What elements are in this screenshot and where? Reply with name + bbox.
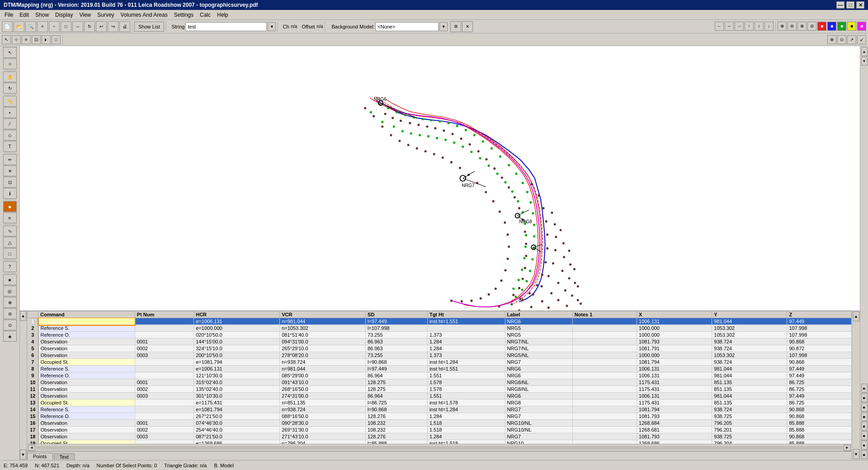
lt-extra1[interactable]: ★ [3, 274, 17, 285]
rt-btn9[interactable]: ■ [861, 441, 868, 450]
tb-btn-r9[interactable]: ⊗ [797, 22, 807, 31]
tab-text[interactable]: Text [54, 453, 75, 460]
minimize-button[interactable]: — [836, 1, 844, 9]
col-header-hcr[interactable]: HCR [194, 311, 280, 318]
table-row[interactable]: 10Observation0001315°02'40.0091°43'10.01… [28, 379, 852, 386]
scroll-track[interactable] [36, 446, 843, 450]
scroll-left-button[interactable]: ◄ [28, 445, 35, 451]
tb-btn-r14[interactable]: ■ [847, 22, 856, 31]
tb-btn-r4[interactable]: ↑ [745, 22, 754, 31]
lt-extra4[interactable]: ⊘ [3, 308, 17, 319]
table-row[interactable]: 17Observation0002254°46'40.0269°31'30.01… [28, 427, 852, 433]
col-header-sd[interactable]: SD [366, 311, 428, 318]
menu-item-volumes-and-areas[interactable]: Volumes And Areas [118, 11, 170, 19]
zoom-out-button[interactable]: − [49, 21, 60, 32]
map-view[interactable]: NRG6 NRG7 NRG8 [20, 46, 860, 311]
tb2-btn4[interactable]: ⊡ [32, 35, 41, 44]
window-controls[interactable]: — □ ✕ [836, 1, 864, 9]
table-scroll-left-down[interactable]: ▼ [20, 450, 26, 460]
rt-btn2[interactable]: ▼ [861, 56, 868, 66]
menu-item-help[interactable]: Help [214, 11, 231, 19]
new-button[interactable]: 📄 [2, 21, 13, 32]
table-scroll-area[interactable]: CommandPt NumHCRVCRSDTgt HtLabelNotes 1X… [27, 311, 852, 444]
tb-btn-r3[interactable]: → [735, 22, 744, 31]
tb2-btn6[interactable]: □ [52, 35, 61, 44]
table-row[interactable]: 16Observation0001074°46'30.0090°28'30.01… [28, 420, 852, 427]
bg-model-btn2[interactable]: ✕ [462, 21, 473, 32]
tb-btn-r11[interactable]: ■ [817, 22, 826, 31]
col-header-z[interactable]: Z [787, 311, 852, 318]
string-dropdown-button[interactable]: ▼ [268, 22, 276, 31]
col-header-label[interactable]: Label [505, 311, 572, 318]
lt-info[interactable]: ℹ [3, 188, 17, 199]
tb2-r3[interactable]: ↗ [847, 35, 856, 44]
lt-layer[interactable]: ≡ [3, 212, 17, 223]
tb2-r1[interactable]: ⊕ [827, 35, 836, 44]
refresh-button[interactable]: ↻ [84, 21, 95, 32]
string-input[interactable] [185, 22, 267, 31]
lt-color[interactable]: ■ [3, 201, 17, 212]
tb-btn-r5[interactable]: ↕ [755, 22, 764, 31]
table-scroll-left-up[interactable]: ▲ [20, 311, 26, 321]
lt-measure[interactable]: 📏 [3, 96, 17, 107]
lt-extra5[interactable]: ⊙ [3, 320, 17, 330]
lt-contour[interactable]: ∿ [3, 226, 17, 236]
table-row[interactable]: 2Reference S.e=1000.000n=1053.302l=107.9… [28, 325, 852, 332]
lt-delete[interactable]: ✕ [3, 165, 17, 176]
rt-btn7[interactable]: ■ [861, 422, 868, 431]
lt-select[interactable]: ↖ [3, 47, 17, 58]
lt-snap[interactable]: ⊡ [3, 177, 17, 188]
lt-extra6[interactable]: ◈ [3, 331, 17, 342]
table-row[interactable]: 14Reference S.e=1081.794n=938.724l=90.86… [28, 406, 852, 413]
bg-model-input[interactable] [375, 22, 439, 31]
table-row[interactable]: 6Observation0003200°10'50.0278°08'20.073… [28, 352, 852, 359]
zoom-all-button[interactable]: 🔍 [25, 21, 36, 32]
tab-points[interactable]: Points [27, 453, 53, 460]
tb-btn-r6[interactable]: ↓ [764, 22, 774, 31]
lt-line[interactable]: ∕ [3, 118, 17, 129]
rt-btn10[interactable]: ■ [861, 450, 868, 459]
maximize-button[interactable]: □ [846, 1, 854, 9]
lt-zoom[interactable]: ⊹ [3, 58, 17, 69]
lt-extra2[interactable]: ◎ [3, 286, 17, 296]
menu-item-file[interactable]: File [2, 11, 16, 19]
menu-item-show[interactable]: Show [33, 11, 52, 19]
pan-button[interactable]: ↔ [72, 21, 83, 32]
table-row[interactable]: 11Observation0002135°02'40.0268°16'50.01… [28, 386, 852, 393]
tb2-btn3[interactable]: ≡ [22, 35, 31, 44]
rt-btn1[interactable]: ▲ [861, 47, 868, 56]
zoom-in-button[interactable]: + [37, 21, 48, 32]
menu-item-edit[interactable]: Edit [17, 11, 32, 19]
lt-text[interactable]: T [3, 141, 17, 152]
rt-btn4[interactable]: ■ [861, 393, 868, 402]
col-header-x[interactable]: X [637, 311, 712, 318]
redo-button[interactable]: ↪ [108, 21, 118, 32]
col-header-notes-1[interactable]: Notes 1 [572, 311, 637, 318]
menu-item-survey[interactable]: Survey [94, 11, 117, 19]
tb-btn-r8[interactable]: ⊖ [788, 22, 797, 31]
col-header-pt-num[interactable]: Pt Num [135, 311, 194, 318]
undo-button[interactable]: ↩ [96, 21, 107, 32]
tb2-btn1[interactable]: ↖ [2, 35, 11, 44]
lt-rotate[interactable]: ↻ [3, 83, 17, 94]
scroll-right-button[interactable]: ► [844, 445, 851, 451]
table-row[interactable]: 9Reference O.121°10'30.0085°29'00.086.96… [28, 372, 852, 379]
col-header-y[interactable]: Y [712, 311, 787, 318]
zoom-window-button[interactable]: □ [61, 21, 71, 32]
table-scroll-right-up[interactable]: ▲ [853, 311, 859, 321]
table-row[interactable]: 4Observation0001144°15'00.0094°31'00.086… [28, 338, 852, 345]
table-row[interactable]: 7Occupied St.e=1081.794n=938.724l=90.868… [28, 359, 852, 366]
table-row[interactable]: 5Observation0002324°15'10.0265°29'10.086… [28, 345, 852, 352]
col-header-command[interactable]: Command [38, 311, 135, 318]
table-row[interactable]: 13Occupied St.e=1175.431n=851.135l=86.72… [28, 400, 852, 406]
col-header-tgt-ht[interactable]: Tgt Ht [427, 311, 505, 318]
tb-btn-r15[interactable]: ■ [857, 22, 866, 31]
col-header-vcr[interactable]: VCR [280, 311, 366, 318]
rt-btn8[interactable]: ■ [861, 431, 868, 440]
table-scroll-right-down[interactable]: ▼ [853, 449, 859, 459]
tb2-r4[interactable]: ↙ [857, 35, 866, 44]
tb-btn-r1[interactable]: ← [715, 22, 724, 31]
bg-model-btn1[interactable]: ⚙ [450, 21, 461, 32]
bottom-scrollbar[interactable]: ◄ ► [27, 444, 852, 451]
show-list-button[interactable]: Show List [134, 22, 164, 32]
